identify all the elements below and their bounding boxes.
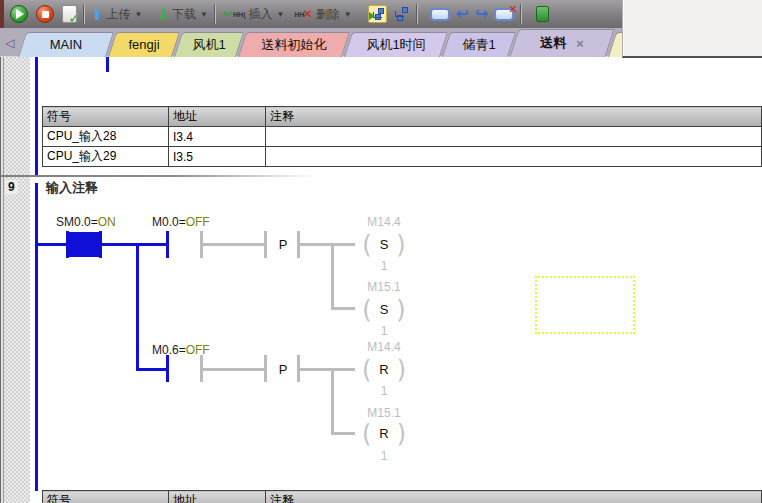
wire xyxy=(331,307,355,310)
col-header-comment: 注释 xyxy=(266,107,762,127)
tab-main[interactable]: MAIN xyxy=(22,32,110,57)
coil-count: 1 xyxy=(353,384,415,398)
run-button[interactable] xyxy=(10,5,28,23)
insert-icon: ↩ xyxy=(222,7,232,21)
contact-m00-left-bar[interactable] xyxy=(166,231,169,258)
tab-scroll-left-button[interactable]: ◁ xyxy=(2,33,18,53)
red-x-icon: ✕ xyxy=(508,3,517,16)
col-header-symbol: 符号 xyxy=(43,107,169,127)
coil-address: M14.4 xyxy=(353,340,415,354)
branch-right-icon[interactable]: ↪ xyxy=(475,6,488,22)
upload-label: 上传 xyxy=(107,6,131,23)
positive-edge-contact[interactable]: P xyxy=(266,237,300,252)
coil-address: M15.1 xyxy=(353,280,415,294)
toolbar-separator xyxy=(520,4,522,24)
green-doc-icon[interactable] xyxy=(536,6,549,22)
symbol-cell[interactable]: CPU_输入29 xyxy=(43,147,169,167)
chevron-down-icon[interactable]: ▼ xyxy=(200,10,208,19)
tab-songliao-init[interactable]: 送料初始化 xyxy=(242,32,346,57)
contact-label-m00: M0.0=OFF xyxy=(152,215,210,229)
delete-button[interactable]: HH ✕ 删除 ▼ xyxy=(294,6,351,23)
contact-state: OFF xyxy=(186,215,210,229)
insert-contact-glyph: HH( xyxy=(233,11,245,18)
power-rail xyxy=(35,57,38,175)
program-block-run-button[interactable] xyxy=(368,5,387,23)
coil-count: 1 xyxy=(353,324,415,338)
selection-rectangle[interactable] xyxy=(535,276,635,334)
upload-button[interactable]: ⬆ 上传 ▼ xyxy=(91,6,143,23)
plc-editor-window: ✓ ⬆ 上传 ▼ ⬇ 下载 ▼ ↩ HH( 插入 ▼ HH ✕ 删除 ▼ xyxy=(0,0,762,503)
download-button[interactable]: ⬇ 下载 ▼ xyxy=(157,6,209,23)
table-row[interactable]: CPU_输入29 I3.5 xyxy=(43,147,762,167)
tab-fengji[interactable]: fengji xyxy=(112,32,176,57)
network-box-button[interactable] xyxy=(430,8,450,21)
tab-fengji1[interactable]: 风机1 xyxy=(178,32,240,57)
col-header-address: 地址 xyxy=(169,107,266,127)
tab-close-icon[interactable]: × xyxy=(576,36,584,51)
tab-label: 储青1 xyxy=(462,36,495,54)
compile-check-icon: ✓ xyxy=(62,5,77,23)
address-cell[interactable]: I3.4 xyxy=(169,127,266,147)
tab-label: 送料 xyxy=(540,34,566,52)
tab-fengji1-time[interactable]: 风机1时间 xyxy=(348,32,444,57)
network-title[interactable]: 输入注释 xyxy=(46,179,98,197)
symbol-table-header-row: 符号 地址 注释 xyxy=(43,491,762,503)
chevron-down-icon[interactable]: ▼ xyxy=(277,10,285,19)
symbol-table-bottom: 符号 地址 注释 xyxy=(42,490,762,503)
branch-left-icon[interactable]: ↩ xyxy=(456,6,469,22)
reset-coil[interactable]: (R) xyxy=(353,420,415,447)
table-row[interactable]: CPU_输入28 I3.4 xyxy=(43,127,762,147)
program-block-button[interactable] xyxy=(391,5,410,23)
toolbar-separator xyxy=(83,4,85,24)
power-rail xyxy=(35,183,38,491)
delete-network-button[interactable]: ✕ xyxy=(494,8,514,21)
set-coil[interactable]: (S) xyxy=(353,231,415,258)
ladder-editor-canvas: 符号 地址 注释 CPU_输入28 I3.4 CPU_输入29 I3.5 xyxy=(0,57,762,503)
upload-arrow-icon: ⬆ xyxy=(91,7,104,22)
download-label: 下载 xyxy=(172,6,196,23)
download-arrow-icon: ⬇ xyxy=(157,7,170,22)
tab-chuqing1[interactable]: 储青1 xyxy=(446,32,512,57)
insert-label: 插入 xyxy=(249,6,273,23)
wire xyxy=(300,243,355,246)
tab-songliao-active[interactable]: 送料 × xyxy=(514,29,610,57)
network-separator xyxy=(0,175,315,177)
positive-edge-contact[interactable]: P xyxy=(266,362,300,377)
contact-state: ON xyxy=(98,215,116,229)
symbol-cell[interactable]: CPU_输入28 xyxy=(43,127,169,147)
address-cell[interactable]: I3.5 xyxy=(169,147,266,167)
reset-coil[interactable]: (R) xyxy=(353,356,415,383)
contact-state: OFF xyxy=(186,343,210,357)
stop-button[interactable] xyxy=(36,5,54,23)
wire xyxy=(35,243,68,246)
col-header-address: 地址 xyxy=(169,491,266,503)
tab-label: MAIN xyxy=(50,37,83,52)
set-coil[interactable]: (S) xyxy=(353,296,415,323)
insert-button[interactable]: ↩ HH( 插入 ▼ xyxy=(222,6,284,23)
window-edge-strip xyxy=(0,0,4,28)
tab-label: fengji xyxy=(128,37,159,52)
contact-m06-left-bar[interactable] xyxy=(166,355,169,382)
chevron-down-icon[interactable]: ▼ xyxy=(344,10,352,19)
coil-count: 1 xyxy=(353,259,415,273)
symbol-table-header-row: 符号 地址 注释 xyxy=(43,107,762,127)
stop-icon xyxy=(36,5,54,23)
network-number: 9 xyxy=(5,180,18,194)
contact-sm00-energized-fill[interactable] xyxy=(69,232,99,257)
symbol-table: 符号 地址 注释 CPU_输入28 I3.4 CPU_输入29 I3.5 xyxy=(42,106,762,167)
tab-label: 风机1时间 xyxy=(366,36,425,54)
wire xyxy=(300,368,355,371)
delete-label: 删除 xyxy=(316,6,340,23)
connector-icon xyxy=(395,11,404,17)
comment-cell[interactable] xyxy=(266,147,762,167)
coil-branch-wire xyxy=(331,243,334,309)
compile-button[interactable]: ✓ xyxy=(62,5,77,23)
coil-branch-wire xyxy=(331,368,334,434)
margin-hatch xyxy=(4,57,30,503)
coil-address: M15.1 xyxy=(353,406,415,420)
wire-stub xyxy=(106,57,109,72)
chevron-down-icon[interactable]: ▼ xyxy=(135,10,143,19)
comment-cell[interactable] xyxy=(266,127,762,147)
coil-count: 1 xyxy=(353,449,415,463)
contact-label-sm00: SM0.0=ON xyxy=(56,215,116,229)
